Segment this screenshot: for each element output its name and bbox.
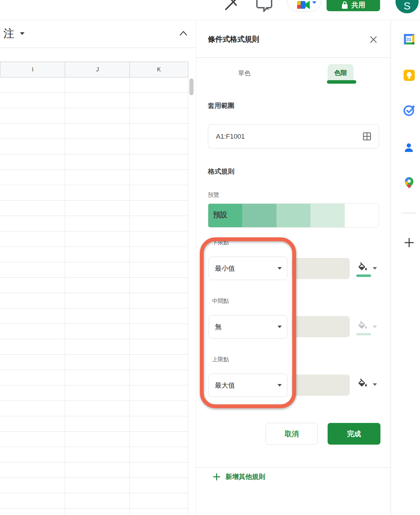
- collapse-toolbar-icon[interactable]: [178, 29, 188, 38]
- minpoint-color-caret-icon[interactable]: [372, 267, 377, 270]
- range-input[interactable]: A1:F1001: [208, 124, 379, 148]
- midpoint-label: 中間點: [212, 298, 229, 305]
- google-sheets-conditional-format-screen: 共用 S 注 I J K 條件式格式規則: [0, 0, 420, 515]
- meet-button[interactable]: [287, 0, 321, 12]
- note-menu-label[interactable]: 注: [4, 26, 14, 41]
- tab-color-scale[interactable]: 色階: [328, 64, 354, 81]
- google-calendar-icon[interactable]: 31: [403, 33, 415, 46]
- lock-icon: [341, 1, 348, 9]
- chevron-down-icon: [277, 384, 282, 387]
- done-button[interactable]: 完成: [328, 423, 380, 445]
- workspace-side-panel: 31: [391, 20, 420, 515]
- maxpoint-label: 上限點: [212, 356, 229, 363]
- maxpoint-value: 最大值: [215, 381, 277, 390]
- add-rule-label: 新增其他規則: [225, 472, 265, 481]
- note-menu-caret-icon[interactable]: [20, 32, 25, 35]
- app-header: 共用 S: [0, 0, 420, 20]
- add-rule-button[interactable]: 新增其他規則: [213, 472, 265, 481]
- grid-vline: [65, 77, 65, 515]
- format-rules-heading: 格式規則: [208, 167, 234, 176]
- maxpoint-color-caret-icon[interactable]: [372, 383, 377, 386]
- google-keep-icon[interactable]: [403, 69, 415, 82]
- cancel-button[interactable]: 取消: [266, 423, 318, 445]
- maxpoint-value-field: [292, 375, 350, 396]
- preview-default-label: 預設: [213, 210, 227, 220]
- column-header-k[interactable]: K: [130, 62, 188, 77]
- google-contacts-icon[interactable]: [403, 142, 415, 154]
- account-avatar[interactable]: S: [396, 0, 419, 13]
- panel-title: 條件式格式規則: [208, 34, 259, 44]
- share-button[interactable]: 共用: [327, 0, 380, 11]
- select-data-range-icon[interactable]: [362, 132, 372, 141]
- minpoint-color-swatch: [356, 274, 371, 277]
- preview-gradient-segment: [276, 204, 310, 227]
- calendar-day-number: 31: [406, 37, 411, 42]
- panel-divider: [196, 467, 391, 468]
- tab-single-color[interactable]: 單色: [223, 69, 265, 77]
- column-header-j[interactable]: J: [65, 62, 130, 77]
- side-panel-divider: [401, 213, 416, 213]
- google-meet-icon: [297, 0, 311, 10]
- midpoint-color-caret-icon: [372, 325, 377, 328]
- toolbar-divider: [0, 48, 196, 48]
- header-divider: [0, 20, 420, 20]
- get-add-ons-icon[interactable]: [404, 237, 414, 248]
- chevron-down-icon: [277, 325, 282, 328]
- maxpoint-dropdown[interactable]: 最大值: [209, 374, 287, 397]
- preview-gradient-segment: [345, 204, 379, 227]
- chevron-down-icon: [277, 267, 282, 270]
- sheet-grid[interactable]: [0, 77, 188, 515]
- tab-color-scale-underline: [327, 80, 356, 84]
- preview-gradient[interactable]: 預設: [208, 203, 379, 228]
- midpoint-fill-color-icon: [357, 320, 368, 330]
- meet-dropdown-caret-icon[interactable]: [312, 1, 317, 4]
- preview-label: 預覽: [208, 192, 219, 199]
- close-icon[interactable]: [369, 35, 378, 44]
- grid-vline: [188, 77, 188, 515]
- comment-icon[interactable]: [256, 0, 273, 12]
- minpoint-fill-color-icon[interactable]: [357, 262, 368, 271]
- plus-icon: [213, 473, 220, 481]
- minpoint-label: 下限點: [212, 239, 229, 246]
- midpoint-value-field: [292, 316, 350, 337]
- preview-gradient-segment: [242, 204, 276, 227]
- minpoint-dropdown[interactable]: 最小值: [209, 257, 287, 280]
- midpoint-color-swatch: [356, 333, 371, 335]
- minpoint-value: 最小值: [215, 264, 277, 273]
- range-value[interactable]: A1:F1001: [216, 133, 362, 140]
- google-tasks-icon[interactable]: [403, 104, 415, 117]
- avatar-initial: S: [404, 0, 411, 12]
- minpoint-value-field: [292, 258, 350, 279]
- spreadsheet-area[interactable]: 注 I J K: [0, 20, 196, 515]
- apply-range-heading: 套用範圍: [208, 101, 234, 110]
- share-button-label: 共用: [351, 0, 365, 10]
- conditional-format-panel: 條件式格式規則 單色 色階 套用範圍 A1:F1001 格式規則 預覽 預設 下…: [196, 20, 391, 515]
- column-header-i[interactable]: I: [0, 62, 65, 77]
- preview-gradient-segment: [310, 204, 344, 227]
- grid-vline: [130, 77, 130, 515]
- panel-header: 條件式格式規則: [196, 20, 391, 58]
- history-arrow-icon[interactable]: [223, 0, 240, 11]
- google-maps-icon[interactable]: [403, 176, 415, 189]
- midpoint-value: 無: [215, 322, 277, 332]
- maxpoint-fill-color-icon[interactable]: [357, 378, 368, 388]
- midpoint-dropdown[interactable]: 無: [209, 315, 287, 339]
- vertical-scrollbar-thumb[interactable]: [189, 78, 194, 95]
